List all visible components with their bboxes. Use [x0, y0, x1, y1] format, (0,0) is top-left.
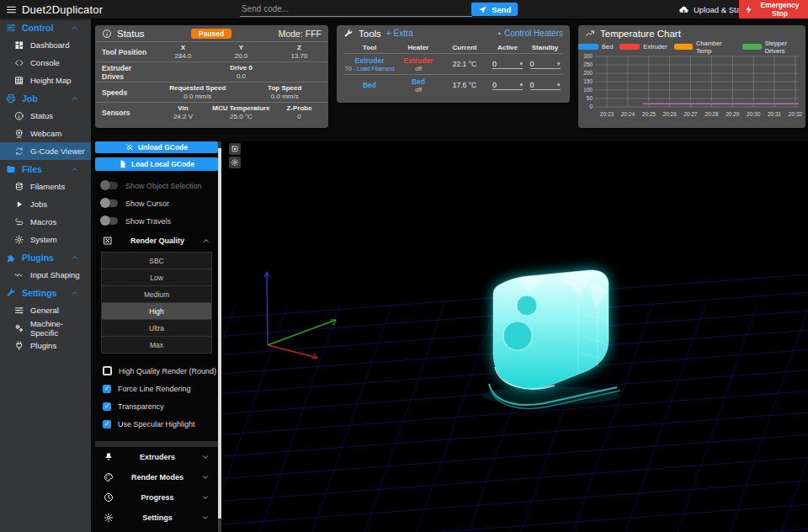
active-temp-select[interactable]: 0▾	[492, 81, 523, 90]
temperature-chart-panel: Temperature Chart BedExtruderChamber Tem…	[578, 25, 805, 128]
current-temp-value: 22.1 °C	[453, 60, 476, 68]
sidebar-item-dashboard[interactable]: Dashboard	[0, 36, 91, 54]
top-app-bar: Duet2Duplicator Send Upload & Start Emer…	[0, 0, 808, 19]
checkbox-box[interactable]	[103, 420, 111, 428]
svg-text:20:27: 20:27	[683, 111, 698, 117]
sidebar-item-input-shaping[interactable]: Input Shaping	[0, 266, 91, 284]
sidebar-section-control[interactable]: Control	[0, 19, 91, 36]
sidebar-item-system[interactable]: System	[0, 231, 91, 248]
gcode-3d-canvas[interactable]	[221, 141, 808, 532]
tool-cell-extruder: ExtruderT0 - Load Filament	[343, 54, 396, 74]
current-temp-value: 17.6 °C	[453, 81, 476, 89]
section-label: Extruders	[114, 453, 201, 461]
section-extruders[interactable]: Extruders	[95, 447, 218, 467]
sidebar-section-job[interactable]: Job	[0, 89, 91, 107]
extra-link[interactable]: + Extra	[386, 29, 413, 38]
code-icon	[14, 58, 24, 68]
status-row-label: Sensors	[95, 103, 154, 122]
info-icon	[14, 111, 24, 121]
toggle-label: Show Cursor	[125, 200, 169, 208]
checkbox-high-quality-render-round[interactable]: High Quality Render (Round)	[95, 362, 218, 380]
wrench-icon	[6, 288, 16, 298]
tool-name-link[interactable]: Bed	[363, 81, 376, 89]
sidebar-item-g-code-viewer[interactable]: G-Code Viewer	[0, 142, 91, 160]
sidebar-item-height-map[interactable]: Height Map	[0, 72, 91, 89]
sidebar-item-general[interactable]: General	[0, 301, 91, 319]
send-button[interactable]: Send	[471, 3, 518, 16]
chart-legend: BedExtruderChamber TempStepper Drivers	[578, 42, 805, 51]
control-heaters-link[interactable]: Control Heaters	[504, 29, 563, 38]
sidebar-item-label: General	[30, 306, 59, 315]
sidebar-item-plugins[interactable]: Plugins	[0, 337, 91, 354]
checkbox-box[interactable]	[103, 366, 112, 375]
sidebar-section-plugins[interactable]: Plugins	[0, 248, 91, 266]
heater-name-link[interactable]: Bed	[412, 77, 425, 86]
checkbox-label: Use Specular Highlight	[118, 420, 195, 428]
hamburger-menu-icon[interactable]	[0, 0, 22, 19]
checkbox-force-line-rendering[interactable]: Force Line Rendering	[95, 380, 218, 397]
toggle-show-travels[interactable]: Show Travels	[95, 212, 218, 230]
section-render-modes[interactable]: Render Modes	[95, 467, 218, 487]
render-quality-list: SBCLowMediumHighUltraMax	[101, 252, 212, 354]
toggle-switch[interactable]	[101, 200, 118, 207]
load-local-gcode-button[interactable]: Load Local GCode	[95, 157, 218, 171]
legend-label: Bed	[602, 43, 613, 51]
upload-start-button[interactable]: Upload & Start	[678, 0, 746, 19]
section-progress[interactable]: Progress	[95, 487, 218, 508]
quality-option-ultra[interactable]: Ultra	[102, 319, 211, 336]
quality-option-medium[interactable]: Medium	[102, 285, 211, 302]
svg-text:20:28: 20:28	[704, 111, 719, 117]
machine-mode: Mode: FFF	[279, 29, 322, 39]
sidebar-item-machine-specific[interactable]: Machine-Specific	[0, 319, 91, 337]
plug-icon	[14, 341, 24, 351]
checkbox-use-specular-highlight[interactable]: Use Specular Highlight	[95, 415, 218, 433]
send-code-input[interactable]	[240, 2, 472, 17]
sidebar-item-macros[interactable]: Macros	[0, 213, 91, 231]
tool-subtitle: T0 - Load Filament	[345, 66, 395, 72]
folder-icon	[6, 164, 16, 174]
sidebar-item-console[interactable]: Console	[0, 54, 91, 72]
legend-swatch	[619, 44, 640, 50]
legend-swatch	[578, 44, 598, 50]
standby-temp-select[interactable]: 0▾	[530, 81, 561, 90]
sidebar-item-filaments[interactable]: Filaments	[0, 178, 91, 195]
chevron-down-icon	[201, 473, 210, 481]
temperature-chart-plot: 05010015020025030020:2320:2420:2520:2620…	[582, 53, 802, 127]
quality-option-high[interactable]: High	[102, 302, 211, 319]
dashboard-icon	[14, 40, 24, 51]
svg-text:100: 100	[583, 87, 593, 93]
section-settings[interactable]: Settings	[95, 508, 218, 528]
toggle-switch[interactable]	[101, 217, 118, 225]
load-filament-link[interactable]: Load Filament	[357, 66, 394, 72]
reset-view-button[interactable]	[229, 143, 241, 155]
tool-name-link[interactable]: Extruder	[355, 56, 385, 65]
sidebar-section-files[interactable]: Files	[0, 160, 91, 178]
sidebar-item-status[interactable]: Status	[0, 107, 91, 125]
standby-temp-select[interactable]: 0▾	[530, 60, 561, 69]
quality-option-sbc[interactable]: SBC	[102, 253, 211, 269]
viewer-toggles: Show Object SelectionShow CursorShow Tra…	[95, 177, 218, 230]
render-quality-header[interactable]: Render Quality	[95, 230, 218, 252]
viewer-settings-button[interactable]	[229, 157, 241, 168]
heater-name-link[interactable]: Extruder	[404, 56, 433, 65]
filament-icon	[14, 182, 24, 192]
checkbox-box[interactable]	[103, 385, 111, 393]
quality-option-low[interactable]: Low	[102, 269, 211, 285]
sidebar-item-webcam[interactable]: Webcam	[0, 125, 91, 142]
webcam-icon	[14, 129, 24, 139]
status-cell-vin: Vin24.2 V	[154, 103, 212, 122]
emergency-stop-button[interactable]: Emergency Stop	[739, 0, 808, 19]
sidebar-section-settings[interactable]: Settings	[0, 284, 91, 301]
quality-option-max[interactable]: Max	[102, 336, 211, 353]
svg-text:20:31: 20:31	[768, 111, 782, 117]
gcode-3d-viewport[interactable]	[221, 141, 808, 532]
status-row-cells: Requested Speed0.0 mm/sTop Speed0.0 mm/s	[154, 82, 328, 102]
active-temp-select[interactable]: 0▾	[492, 60, 523, 69]
palette-icon	[104, 472, 114, 482]
unload-gcode-button[interactable]: Unload GCode	[95, 141, 218, 153]
toggle-show-cursor[interactable]: Show Cursor	[95, 194, 218, 212]
sidebar-item-jobs[interactable]: Jobs	[0, 195, 91, 213]
checkbox-transparency[interactable]: Transparency	[95, 397, 218, 415]
legend-swatch	[674, 44, 693, 50]
checkbox-box[interactable]	[103, 402, 111, 411]
